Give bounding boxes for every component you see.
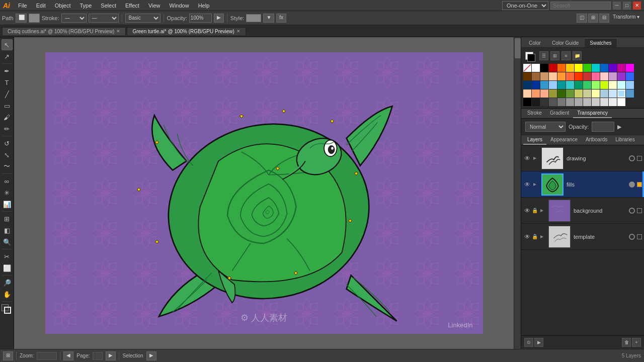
layer-target-fills[interactable] [629, 182, 635, 188]
swatch-green4[interactable] [566, 89, 574, 98]
swatch-teal1[interactable] [557, 81, 566, 89]
nav-next[interactable]: ▶ [106, 351, 116, 360]
blend-tool[interactable]: ∞ [2, 175, 13, 187]
menu-window[interactable]: Window [166, 2, 193, 10]
swatch-black2[interactable] [523, 98, 531, 106]
swatch-gray4[interactable] [557, 98, 566, 106]
layer-expand-drawing[interactable]: ▶ [531, 154, 538, 162]
column-graph-tool[interactable]: 📊 [2, 199, 13, 210]
vertical-scrollbar[interactable] [514, 37, 521, 349]
swatch-gray6[interactable] [575, 98, 583, 106]
swatch-view-btn[interactable]: ⊞ [550, 51, 559, 60]
direct-selection-tool[interactable]: ↗ [2, 51, 13, 62]
swatch-none[interactable] [523, 64, 531, 72]
swatch-navyblue[interactable] [532, 81, 540, 89]
layers-btn3[interactable]: 🗑 [622, 338, 631, 347]
stroke-indicator[interactable] [4, 307, 11, 314]
page-input[interactable]: 1 [93, 352, 103, 360]
style-preview[interactable] [246, 14, 261, 22]
swatch-purple1[interactable] [609, 64, 617, 72]
swatch-bluespecial[interactable] [600, 89, 608, 98]
swatch-red2[interactable] [575, 72, 583, 80]
swatch-white[interactable] [532, 64, 540, 72]
swatch-gray1[interactable] [532, 98, 540, 106]
line-tool[interactable]: ╱ [2, 88, 13, 100]
swatch-gray3[interactable] [549, 98, 557, 106]
layer-expand-bg[interactable]: ▶ [538, 207, 545, 215]
opacity-arrow-btn[interactable]: ▶ [214, 14, 224, 23]
opacity-input[interactable] [189, 14, 212, 23]
swatch-magenta1[interactable] [626, 64, 634, 72]
tab-cintiq-close[interactable]: ✕ [116, 29, 120, 34]
swatch-bg-icon[interactable] [527, 54, 535, 62]
swatch-green2[interactable] [575, 81, 583, 89]
swatch-lightblue2[interactable] [626, 81, 634, 89]
align-btn3[interactable]: ⊟ [599, 14, 609, 23]
layer-visibility-drawing[interactable]: 👁 [523, 154, 531, 162]
layer-drawing[interactable]: 👁 ▶ drawing [521, 145, 644, 171]
eyedropper-tool[interactable]: 🔍 [2, 236, 13, 247]
scrollbar-thumb[interactable] [515, 38, 521, 58]
swatch-yellow1[interactable] [566, 64, 574, 72]
stroke-color-btn[interactable] [29, 14, 40, 23]
swatch-gray8[interactable] [592, 98, 600, 106]
tab-turtle-close[interactable]: ✕ [236, 29, 240, 34]
canvas-area[interactable]: ⚙ 人人素材 LinkedIn [14, 37, 514, 349]
swatch-list-btn[interactable]: ≡ [561, 51, 571, 60]
scale-tool[interactable]: ⤡ [2, 149, 13, 160]
swatch-yellow3[interactable] [600, 81, 608, 89]
opacity-arrow[interactable]: ▶ [617, 124, 621, 130]
symbol-sprayer[interactable]: ✳ [2, 187, 13, 198]
swatch-skin2[interactable] [532, 89, 540, 98]
tool-arrow-btn[interactable]: ▶ [146, 351, 156, 360]
search-input[interactable] [550, 2, 611, 10]
layer-lock-tpl[interactable]: 🔒 [531, 233, 538, 241]
swatch-lightgreen1[interactable] [592, 81, 600, 89]
swatch-lightblue3[interactable] [609, 89, 617, 98]
blend-mode-select[interactable]: Normal Multiply Screen Overlay [525, 122, 566, 132]
tab-transparency[interactable]: Transparency [573, 109, 612, 118]
swatch-gray7[interactable] [583, 98, 591, 106]
tool-options-btn[interactable]: ⬜ [16, 14, 27, 23]
swatch-olive[interactable] [549, 89, 557, 98]
layer-visibility-bg[interactable]: 👁 [523, 207, 531, 215]
swatch-brown1[interactable] [523, 72, 531, 80]
layer-visibility-fills[interactable]: 👁 [523, 180, 531, 189]
zoom-input[interactable]: 100% [37, 352, 57, 360]
swatch-olive2[interactable] [575, 89, 583, 98]
layer-template[interactable]: 👁 🔒 ▶ template [521, 224, 644, 250]
brush-select[interactable]: Basic [125, 14, 160, 23]
swatch-lavender1[interactable] [609, 72, 617, 80]
swatch-pink1[interactable] [617, 64, 625, 72]
layer-expand-tpl[interactable]: ▶ [538, 233, 545, 241]
tab-artboards[interactable]: Artboards [582, 135, 611, 145]
layer-fills[interactable]: 👁 ▶ fills [521, 171, 644, 198]
swatch-blue2[interactable] [626, 72, 634, 80]
swatch-khaki[interactable] [583, 89, 591, 98]
swatch-menu-btn[interactable]: ☰ [539, 51, 548, 60]
swatch-tan1[interactable] [540, 72, 548, 80]
menu-select[interactable]: Select [97, 2, 120, 10]
swatch-darkblue1[interactable] [523, 81, 531, 89]
mesh-tool[interactable]: ⊞ [2, 213, 13, 224]
menu-view[interactable]: View [144, 2, 165, 10]
swatch-pink3[interactable] [600, 72, 608, 80]
menu-help[interactable]: Help [194, 2, 214, 10]
menu-effect[interactable]: Effect [121, 2, 143, 10]
layer-lock-bg[interactable]: 🔒 [531, 207, 538, 215]
tab-color[interactable]: Color [523, 38, 546, 47]
align-btn1[interactable]: ◫ [577, 14, 587, 23]
swatch-peach[interactable] [540, 89, 548, 98]
swatch-teal2[interactable] [566, 81, 574, 89]
pencil-tool[interactable]: ✏ [2, 123, 13, 134]
warp-tool[interactable]: 〜 [2, 161, 13, 172]
tab-libraries[interactable]: Libraries [611, 135, 638, 145]
swatch-special-blue[interactable] [626, 89, 634, 98]
layer-background[interactable]: 👁 🔒 ▶ background [521, 198, 644, 224]
swatch-folder-btn[interactable]: 📁 [573, 51, 582, 60]
nav-prev[interactable]: ◀ [63, 351, 73, 360]
swatch-green3[interactable] [583, 81, 591, 89]
tab-appearance[interactable]: Appearance [546, 135, 582, 145]
layers-btn1[interactable]: ⊙ [524, 338, 533, 347]
menu-edit[interactable]: Edit [32, 2, 50, 10]
